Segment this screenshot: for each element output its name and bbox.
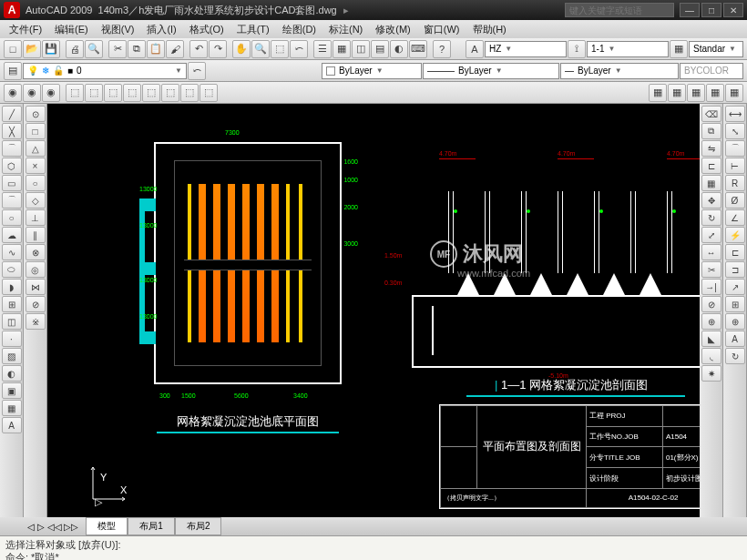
command-line[interactable]: 选择注释对象或 [放弃(U)]: 命令: *取消* 命令: [0,535,747,560]
ws-button[interactable]: ◉ [23,84,41,102]
tab-layout1[interactable]: 布局1 [128,517,175,535]
arc-tool[interactable]: ⌒ [2,192,22,209]
tab-model[interactable]: 模型 [86,517,128,535]
copy-button[interactable]: ⧉ [128,40,146,58]
calculator-button[interactable]: ⌨ [409,40,427,58]
app-logo[interactable]: A [4,2,20,18]
osnap-tool[interactable]: ◎ [26,261,46,278]
osnap-tool[interactable]: △ [26,140,46,157]
layer-prev-button[interactable]: ⤺ [188,62,206,80]
ref-button[interactable]: ▦ [725,84,743,102]
cut-button[interactable]: ✂ [108,40,127,58]
rect-tool[interactable]: ▭ [2,175,22,191]
dim-angular-tool[interactable]: ∠ [725,209,745,226]
menu-file[interactable]: 文件(F) [4,21,47,38]
erase-tool[interactable]: ⌫ [701,106,721,122]
drawing-canvas[interactable]: 7300 [47,104,700,517]
osnap-tool[interactable]: ⊘ [26,296,46,312]
table-tool[interactable]: ▦ [2,400,22,416]
menu-draw[interactable]: 绘图(D) [277,21,322,38]
preview-button[interactable]: 🔍 [85,40,103,58]
ws-button[interactable]: ⬚ [123,84,141,102]
offset-tool[interactable]: ⊏ [701,158,721,174]
textstyle-combo[interactable]: HZ▼ [485,41,567,57]
tablestyle-button[interactable]: ▦ [670,40,688,58]
menu-tools[interactable]: 工具(T) [231,21,275,38]
osnap-tool[interactable]: ∥ [26,227,46,243]
mtext-tool[interactable]: A [2,417,22,433]
help-search-input[interactable] [565,3,674,17]
gradient-tool[interactable]: ◐ [2,365,22,382]
stretch-tool[interactable]: ↔ [701,244,721,260]
move-tool[interactable]: ✥ [701,192,721,209]
join-tool[interactable]: ⊕ [701,313,721,330]
tab-layout2[interactable]: 布局2 [175,517,222,535]
ellipsearc-tool[interactable]: ◗ [2,279,22,295]
menu-modify[interactable]: 修改(M) [370,21,416,38]
dim-arc-tool[interactable]: ⌒ [725,140,745,157]
spline-tool[interactable]: ∿ [2,244,22,260]
osnap-tool[interactable]: ※ [26,313,46,330]
explode-tool[interactable]: ✷ [701,365,721,382]
osnap-tool[interactable]: ⊥ [26,209,46,226]
menu-window[interactable]: 窗口(W) [418,21,466,38]
dim-dia-tool[interactable]: Ø [725,192,745,209]
ws-button[interactable]: ⬚ [161,84,179,102]
sheetset-button[interactable]: ▤ [371,40,389,58]
ws-button[interactable]: ◉ [4,84,22,102]
menu-insert[interactable]: 插入(I) [141,21,181,38]
help-button[interactable]: ? [433,40,451,58]
lineweight-combo[interactable]: —ByLayer▼ [560,63,679,79]
dim-quick-tool[interactable]: ⚡ [725,227,745,243]
open-button[interactable]: 📂 [23,40,41,58]
dim-baseline-tool[interactable]: ⊏ [725,244,745,260]
osnap-tool[interactable]: ⊙ [26,106,46,122]
undo-button[interactable]: ↶ [189,40,208,58]
dimstyle-button[interactable]: ⟟ [568,40,586,58]
textstyle-button[interactable]: A [466,40,484,58]
point-tool[interactable]: · [2,331,22,347]
ws-button[interactable]: ⬚ [142,84,160,102]
zoom-button[interactable]: 🔍 [251,40,270,58]
dim-radius-tool[interactable]: R [725,175,745,191]
maximize-button[interactable]: □ [701,3,721,17]
tablestyle-combo[interactable]: Standar▼ [689,41,743,57]
osnap-tool[interactable]: ⊗ [26,244,46,260]
extend-tool[interactable]: →| [701,279,721,295]
dim-ord-tool[interactable]: ⊢ [725,158,745,174]
insert-tool[interactable]: ⊞ [2,296,22,312]
designcenter-button[interactable]: ▦ [333,40,351,58]
ws-button[interactable]: ⬚ [180,84,199,102]
copy-tool[interactable]: ⧉ [701,123,721,139]
fillet-tool[interactable]: ◟ [701,348,721,364]
rotate-tool[interactable]: ↻ [701,209,721,226]
dim-tolerance-tool[interactable]: ⊞ [725,296,745,312]
ellipse-tool[interactable]: ⬭ [2,261,22,278]
dim-update-tool[interactable]: ↻ [725,348,745,364]
polygon-tool[interactable]: ⬡ [2,158,22,174]
dim-center-tool[interactable]: ⊕ [725,313,745,330]
color-combo[interactable]: ByLayer▼ [322,63,422,79]
ref-button[interactable]: ▦ [706,84,724,102]
ws-button[interactable]: ⬚ [200,84,218,102]
osnap-tool[interactable]: ◇ [26,192,46,209]
region-tool[interactable]: ▣ [2,382,22,399]
osnap-tool[interactable]: ○ [26,175,46,191]
ref-button[interactable]: ▦ [649,84,667,102]
chamfer-tool[interactable]: ◣ [701,331,721,347]
osnap-tool[interactable]: × [26,158,46,174]
close-button[interactable]: ✕ [723,3,743,17]
layer-combo[interactable]: 💡❄🔓■ 0▼ [23,63,187,79]
menu-edit[interactable]: 编辑(E) [49,21,94,38]
mirror-tool[interactable]: ⇋ [701,140,721,157]
xline-tool[interactable]: ╳ [2,123,22,139]
zoom-window-button[interactable]: ⬚ [271,40,289,58]
menu-dimension[interactable]: 标注(N) [323,21,368,38]
dim-continue-tool[interactable]: ⊐ [725,261,745,278]
minimize-button[interactable]: — [680,3,700,17]
osnap-tool[interactable]: □ [26,123,46,139]
properties-button[interactable]: ☰ [313,40,332,58]
menu-format[interactable]: 格式(O) [184,21,230,38]
circle-tool[interactable]: ○ [2,209,22,226]
dim-aligned-tool[interactable]: ⤡ [725,123,745,139]
